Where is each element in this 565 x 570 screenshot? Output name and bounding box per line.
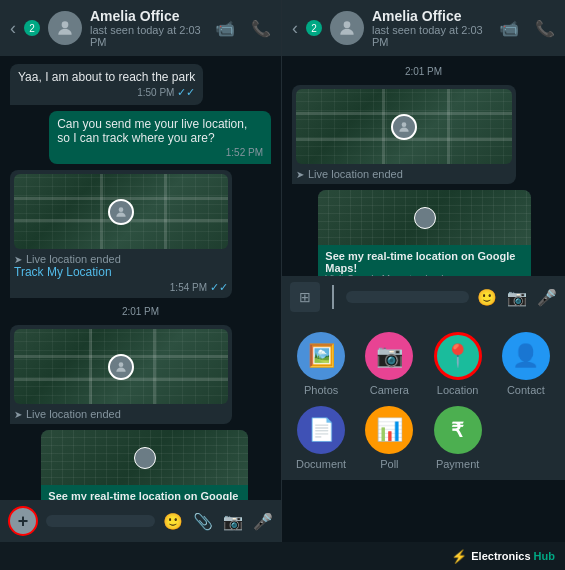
document-label: Document — [296, 458, 346, 470]
svg-point-3 — [344, 21, 351, 28]
right-video-call-icon[interactable]: 📹 — [499, 19, 519, 38]
camera-menu-icon: 📷 — [365, 332, 413, 380]
clip-icon[interactable]: 📎 — [193, 512, 213, 531]
right-message-input[interactable] — [346, 291, 469, 303]
message-5-container: See my real-time location on Google Maps… — [41, 430, 271, 500]
location-icon: 📍 — [434, 332, 482, 380]
attach-contact[interactable]: 👤 Contact — [497, 332, 555, 396]
left-contact-name: Amelia Office — [90, 8, 207, 24]
attach-photos[interactable]: 🖼️ Photos — [292, 332, 350, 396]
payment-icon: ₹ — [434, 406, 482, 454]
left-back-button[interactable]: ‹ — [10, 18, 16, 39]
mic-icon[interactable]: 🎤 — [253, 512, 273, 531]
left-contact-status: last seen today at 2:03 PM — [90, 24, 207, 48]
msg-time-1: 1:50 PM ✓✓ — [18, 86, 195, 99]
track-location-label[interactable]: Track My Location — [14, 265, 228, 279]
navigation-icon-2: ➤ — [14, 409, 22, 420]
right-navigation-icon: ➤ — [296, 169, 304, 180]
right-time-divider: 2:01 PM — [292, 66, 555, 77]
left-plus-button[interactable]: + — [8, 506, 38, 536]
emoji-icon[interactable]: 🙂 — [163, 512, 183, 531]
document-icon: 📄 — [297, 406, 345, 454]
gmaps-share-message: See my real-time location on Google Maps… — [41, 430, 248, 500]
attach-document[interactable]: 📄 Document — [292, 406, 350, 470]
right-message-2-container: See my real-time location on Google Maps… — [318, 190, 555, 276]
attach-poll[interactable]: 📊 Poll — [360, 406, 418, 470]
time-divider: 2:01 PM — [10, 306, 271, 317]
msg-time-3: 1:54 PM ✓✓ — [14, 281, 228, 294]
video-call-icon[interactable]: 📹 — [215, 19, 235, 38]
right-chat-header: ‹ 2 Amelia Office last seen today at 2:0… — [282, 0, 565, 56]
right-gmaps-title: See my real-time location on Google Maps… — [325, 250, 524, 274]
right-message-1: ➤ Live location ended — [292, 85, 516, 184]
gmaps-title: See my real-time location on Google Maps… — [48, 490, 241, 500]
map-thumbnail-2 — [14, 329, 228, 404]
right-bar-icons: 🙂 📷 🎤 — [477, 288, 557, 307]
watermark-bar: ⚡ Electronics Hub — [0, 542, 565, 570]
left-notification-badge: 2 — [24, 20, 40, 36]
left-chat-header: ‹ 2 Amelia Office last seen today at 2:0… — [0, 0, 281, 56]
attach-payment[interactable]: ₹ Payment — [429, 406, 487, 470]
left-message-input[interactable] — [46, 515, 155, 527]
camera-label: Camera — [370, 384, 409, 396]
electronics-hub-icon: ⚡ — [451, 549, 467, 564]
svg-point-0 — [62, 21, 69, 28]
right-contact-status: last seen today at 2:03 PM — [372, 24, 491, 48]
right-emoji-icon[interactable]: 🙂 — [477, 288, 497, 307]
right-input-bar: ⊞ 🙂 📷 🎤 — [282, 276, 565, 318]
right-chat-panel: ‹ 2 Amelia Office last seen today at 2:0… — [282, 0, 565, 542]
left-header-icons: 📹 📞 — [215, 19, 271, 38]
right-map-avatar — [391, 114, 417, 140]
poll-icon: 📊 — [365, 406, 413, 454]
electronics-hub-label: Electronics Hub — [471, 550, 555, 562]
left-header-info: Amelia Office last seen today at 2:03 PM — [90, 8, 207, 48]
left-bar-icons: 🙂 📎 📷 🎤 — [163, 512, 273, 531]
svg-point-1 — [119, 207, 124, 212]
msg-text: Can you send me your live location, so I… — [57, 117, 247, 145]
msg-time-2: 1:52 PM — [57, 147, 263, 158]
divider — [332, 285, 334, 309]
left-chat-area: Yaa, I am about to reach the park 1:50 P… — [0, 56, 281, 500]
photos-icon: 🖼️ — [297, 332, 345, 380]
voice-call-icon[interactable]: 📞 — [251, 19, 271, 38]
attach-location[interactable]: 📍 Location — [429, 332, 487, 396]
message-4: ➤ Live location ended — [10, 325, 232, 424]
attach-camera[interactable]: 📷 Camera — [360, 332, 418, 396]
svg-point-4 — [401, 122, 406, 127]
right-attachment-icon[interactable]: ⊞ — [290, 282, 320, 312]
contact-label: Contact — [507, 384, 545, 396]
message-2: Can you send me your live location, so I… — [49, 111, 271, 164]
right-live-location-status: ➤ Live location ended — [296, 168, 512, 180]
navigation-icon: ➤ — [14, 254, 22, 265]
msg-text: Yaa, I am about to reach the park — [18, 70, 195, 84]
location-label: Location — [437, 384, 479, 396]
live-location-status-2: ➤ Live location ended — [14, 408, 228, 420]
right-contact-name: Amelia Office — [372, 8, 491, 24]
left-chat-panel: ‹ 2 Amelia Office last seen today at 2:0… — [0, 0, 282, 542]
contact-icon: 👤 — [502, 332, 550, 380]
right-camera-icon[interactable]: 📷 — [507, 288, 527, 307]
right-map-thumbnail — [296, 89, 512, 164]
left-avatar — [48, 11, 82, 45]
poll-label: Poll — [380, 458, 398, 470]
svg-point-2 — [119, 362, 124, 367]
right-mic-icon[interactable]: 🎤 — [537, 288, 557, 307]
right-notification-badge: 2 — [306, 20, 322, 36]
right-chat-area: 2:01 PM ➤ Live location ended — [282, 56, 565, 276]
right-voice-call-icon[interactable]: 📞 — [535, 19, 555, 38]
map-location-avatar-2 — [108, 354, 134, 380]
gmaps-share-body: See my real-time location on Google Maps… — [41, 485, 248, 500]
right-avatar — [330, 11, 364, 45]
camera-icon[interactable]: 📷 — [223, 512, 243, 531]
right-gmaps-share: See my real-time location on Google Maps… — [318, 190, 531, 276]
map-thumbnail-1 — [14, 174, 228, 249]
payment-label: Payment — [436, 458, 479, 470]
message-1: Yaa, I am about to reach the park 1:50 P… — [10, 64, 203, 105]
photos-label: Photos — [304, 384, 338, 396]
attachment-menu: 🖼️ Photos 📷 Camera 📍 Location 👤 Contact … — [282, 318, 565, 480]
right-gmaps-body: See my real-time location on Google Maps… — [318, 245, 531, 276]
live-location-status-1: ➤ Live location ended — [14, 253, 228, 265]
right-header-info: Amelia Office last seen today at 2:03 PM — [372, 8, 491, 48]
gmaps-share-map — [41, 430, 248, 485]
right-back-button[interactable]: ‹ — [292, 18, 298, 39]
